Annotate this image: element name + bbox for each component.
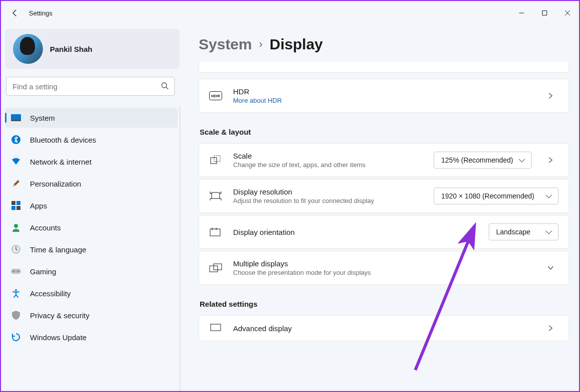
nav-update[interactable]: Windows Update xyxy=(5,327,178,347)
section-related: Related settings xyxy=(200,300,569,308)
breadcrumb-current: Display xyxy=(270,36,323,53)
person-icon xyxy=(11,222,21,232)
svg-rect-1 xyxy=(543,11,547,15)
minimize-button[interactable] xyxy=(510,5,533,21)
update-icon xyxy=(11,332,21,342)
nav-network[interactable]: Network & internet xyxy=(5,152,178,172)
nav-label: Apps xyxy=(30,201,47,210)
minimize-icon xyxy=(519,10,524,15)
scale-icon xyxy=(209,155,222,166)
sidebar: Pankil Shah System Bluetooth & devices N… xyxy=(1,25,180,391)
hdr-icon: HDR xyxy=(209,91,222,100)
advanced-display-card[interactable]: Advanced display xyxy=(199,315,569,341)
multiple-title: Multiple displays xyxy=(233,259,532,268)
titlebar: Settings xyxy=(1,1,579,25)
svg-rect-5 xyxy=(11,120,21,121)
nav-label: Time & language xyxy=(30,245,86,254)
search-wrap xyxy=(6,77,175,96)
resolution-title: Display resolution xyxy=(233,188,423,196)
nav-privacy[interactable]: Privacy & security xyxy=(5,305,178,325)
bluetooth-icon xyxy=(11,135,21,145)
clock-icon xyxy=(11,244,21,254)
svg-rect-10 xyxy=(16,206,20,210)
svg-rect-21 xyxy=(212,193,220,198)
gamepad-icon xyxy=(11,266,21,276)
nav-time[interactable]: Time & language xyxy=(5,239,178,259)
svg-text:HDR: HDR xyxy=(211,94,220,98)
svg-rect-20 xyxy=(214,156,220,162)
user-name: Pankil Shah xyxy=(50,45,92,53)
advanced-title: Advanced display xyxy=(233,324,532,333)
shield-icon xyxy=(11,310,21,320)
window-title: Settings xyxy=(29,9,52,17)
scale-select[interactable]: 125% (Recommended) xyxy=(434,152,532,169)
multiple-displays-icon xyxy=(209,263,222,272)
maximize-button[interactable] xyxy=(533,5,556,21)
scale-title: Scale xyxy=(233,152,423,160)
wifi-icon xyxy=(11,157,21,167)
svg-point-16 xyxy=(15,289,17,291)
resolution-desc: Adjust the resolution to fit your connec… xyxy=(233,197,423,204)
hdr-link[interactable]: More about HDR xyxy=(233,97,532,104)
nav-label: Personalization xyxy=(30,180,81,188)
svg-rect-25 xyxy=(211,324,221,331)
nav-list: System Bluetooth & devices Network & int… xyxy=(5,106,180,391)
chevron-down-icon xyxy=(543,265,559,270)
nav-personalization[interactable]: Personalization xyxy=(5,174,178,194)
resolution-card[interactable]: Display resolution Adjust the resolution… xyxy=(199,179,569,213)
scale-desc: Change the size of text, apps, and other… xyxy=(233,161,423,169)
resolution-select[interactable]: 1920 × 1080 (Recommended) xyxy=(434,188,559,204)
nav-label: System xyxy=(30,114,55,122)
svg-rect-9 xyxy=(11,206,15,210)
nav-system[interactable]: System xyxy=(5,108,178,128)
nav-accounts[interactable]: Accounts xyxy=(5,217,178,237)
svg-point-15 xyxy=(17,271,18,272)
nav-label: Windows Update xyxy=(30,333,86,342)
close-icon xyxy=(565,10,570,15)
monitor-icon xyxy=(209,324,222,333)
nav-gaming[interactable]: Gaming xyxy=(5,261,178,281)
breadcrumb-parent[interactable]: System xyxy=(199,36,252,53)
svg-rect-13 xyxy=(11,269,21,274)
svg-rect-19 xyxy=(211,158,217,164)
search-input[interactable] xyxy=(6,77,175,96)
close-button[interactable] xyxy=(556,5,579,21)
nav-label: Gaming xyxy=(30,267,56,276)
main-content: System › Display HDR HDR More about HDR … xyxy=(180,25,579,391)
svg-point-2 xyxy=(162,83,167,88)
paintbrush-icon xyxy=(11,179,21,189)
svg-rect-7 xyxy=(11,201,15,205)
user-card[interactable]: Pankil Shah xyxy=(5,29,180,69)
search-icon xyxy=(161,82,169,92)
section-scale-layout: Scale & layout xyxy=(200,128,569,136)
nav-accessibility[interactable]: Accessibility xyxy=(5,283,178,303)
breadcrumb: System › Display xyxy=(199,36,569,53)
orientation-icon xyxy=(209,227,222,236)
hdr-card[interactable]: HDR HDR More about HDR xyxy=(199,79,569,113)
nav-label: Network & internet xyxy=(30,158,91,166)
multiple-displays-card[interactable]: Multiple displays Choose the presentatio… xyxy=(199,251,569,285)
back-button[interactable] xyxy=(5,3,25,23)
nav-apps[interactable]: Apps xyxy=(5,196,178,215)
accessibility-icon xyxy=(11,288,21,298)
nav-label: Bluetooth & devices xyxy=(30,136,96,144)
card-stub xyxy=(199,62,569,73)
multiple-desc: Choose the presentation mode for your di… xyxy=(233,269,532,276)
nav-label: Accounts xyxy=(30,223,61,232)
nav-bluetooth[interactable]: Bluetooth & devices xyxy=(5,130,178,150)
apps-icon xyxy=(11,200,21,210)
arrow-left-icon xyxy=(11,9,19,17)
resolution-icon xyxy=(209,191,222,201)
scale-card[interactable]: Scale Change the size of text, apps, and… xyxy=(199,143,569,177)
orientation-select[interactable]: Landscape xyxy=(489,223,559,240)
chevron-right-icon xyxy=(543,325,559,332)
chevron-right-icon xyxy=(543,92,559,99)
system-icon xyxy=(11,113,21,123)
window-controls xyxy=(510,5,579,21)
orientation-card[interactable]: Display orientation Landscape xyxy=(199,215,569,249)
nav-label: Accessibility xyxy=(30,289,71,298)
svg-line-3 xyxy=(166,87,168,89)
svg-rect-8 xyxy=(16,201,20,205)
chevron-right-icon xyxy=(543,157,559,164)
svg-rect-22 xyxy=(210,229,220,236)
